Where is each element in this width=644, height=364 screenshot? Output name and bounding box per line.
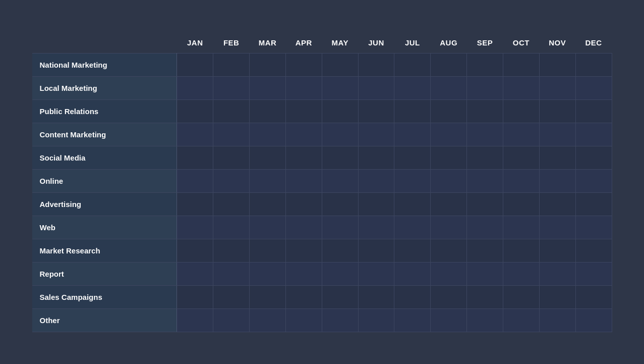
cell-other-oct[interactable] [503,308,539,332]
cell-content-marketing-jan[interactable] [177,123,213,146]
cell-public-relations-aug[interactable] [431,99,467,123]
cell-social-media-jan[interactable] [177,146,213,169]
cell-report-may[interactable] [322,262,358,285]
cell-national-marketing-dec[interactable] [575,53,612,76]
cell-market-research-dec[interactable] [575,239,612,262]
cell-sales-campaigns-oct[interactable] [503,285,539,308]
cell-sales-campaigns-may[interactable] [322,285,358,308]
cell-content-marketing-sep[interactable] [467,123,503,146]
cell-advertising-may[interactable] [322,192,358,216]
cell-social-media-jun[interactable] [358,146,394,169]
cell-local-marketing-aug[interactable] [431,76,467,99]
cell-content-marketing-mar[interactable] [250,123,286,146]
cell-advertising-feb[interactable] [213,192,250,216]
cell-social-media-may[interactable] [322,146,358,169]
cell-public-relations-oct[interactable] [503,99,539,123]
cell-online-mar[interactable] [250,169,286,192]
cell-advertising-apr[interactable] [285,192,322,216]
cell-other-aug[interactable] [431,308,467,332]
cell-public-relations-jan[interactable] [177,99,213,123]
cell-local-marketing-feb[interactable] [213,76,250,99]
cell-social-media-aug[interactable] [431,146,467,169]
cell-other-jul[interactable] [394,308,431,332]
cell-local-marketing-mar[interactable] [250,76,286,99]
cell-social-media-oct[interactable] [503,146,539,169]
cell-sales-campaigns-apr[interactable] [285,285,322,308]
cell-content-marketing-oct[interactable] [503,123,539,146]
cell-national-marketing-aug[interactable] [431,53,467,76]
cell-other-nov[interactable] [539,308,575,332]
cell-report-jul[interactable] [394,262,431,285]
cell-web-mar[interactable] [250,216,286,239]
cell-social-media-sep[interactable] [467,146,503,169]
cell-national-marketing-oct[interactable] [503,53,539,76]
cell-social-media-nov[interactable] [539,146,575,169]
cell-other-sep[interactable] [467,308,503,332]
cell-online-jun[interactable] [358,169,394,192]
cell-advertising-oct[interactable] [503,192,539,216]
cell-content-marketing-jul[interactable] [394,123,431,146]
cell-content-marketing-apr[interactable] [285,123,322,146]
cell-social-media-apr[interactable] [285,146,322,169]
cell-market-research-sep[interactable] [467,239,503,262]
cell-public-relations-mar[interactable] [250,99,286,123]
cell-web-feb[interactable] [213,216,250,239]
cell-advertising-nov[interactable] [539,192,575,216]
cell-sales-campaigns-sep[interactable] [467,285,503,308]
cell-local-marketing-oct[interactable] [503,76,539,99]
cell-online-apr[interactable] [285,169,322,192]
cell-other-dec[interactable] [575,308,612,332]
cell-advertising-mar[interactable] [250,192,286,216]
cell-web-sep[interactable] [467,216,503,239]
cell-report-feb[interactable] [213,262,250,285]
cell-report-apr[interactable] [285,262,322,285]
cell-public-relations-jun[interactable] [358,99,394,123]
cell-content-marketing-jun[interactable] [358,123,394,146]
cell-report-jun[interactable] [358,262,394,285]
cell-national-marketing-feb[interactable] [213,53,250,76]
cell-local-marketing-jan[interactable] [177,76,213,99]
cell-report-sep[interactable] [467,262,503,285]
cell-advertising-jan[interactable] [177,192,213,216]
cell-report-aug[interactable] [431,262,467,285]
cell-online-dec[interactable] [575,169,612,192]
cell-sales-campaigns-dec[interactable] [575,285,612,308]
cell-online-aug[interactable] [431,169,467,192]
cell-sales-campaigns-nov[interactable] [539,285,575,308]
cell-public-relations-nov[interactable] [539,99,575,123]
cell-national-marketing-sep[interactable] [467,53,503,76]
cell-market-research-jun[interactable] [358,239,394,262]
cell-web-nov[interactable] [539,216,575,239]
cell-public-relations-jul[interactable] [394,99,431,123]
cell-market-research-feb[interactable] [213,239,250,262]
cell-market-research-may[interactable] [322,239,358,262]
cell-web-jun[interactable] [358,216,394,239]
cell-national-marketing-jan[interactable] [177,53,213,76]
cell-advertising-jul[interactable] [394,192,431,216]
cell-web-aug[interactable] [431,216,467,239]
cell-web-dec[interactable] [575,216,612,239]
cell-web-oct[interactable] [503,216,539,239]
cell-national-marketing-may[interactable] [322,53,358,76]
cell-market-research-aug[interactable] [431,239,467,262]
cell-advertising-sep[interactable] [467,192,503,216]
cell-market-research-oct[interactable] [503,239,539,262]
cell-online-jan[interactable] [177,169,213,192]
cell-sales-campaigns-feb[interactable] [213,285,250,308]
cell-local-marketing-apr[interactable] [285,76,322,99]
cell-public-relations-apr[interactable] [285,99,322,123]
cell-web-may[interactable] [322,216,358,239]
cell-content-marketing-may[interactable] [322,123,358,146]
cell-online-nov[interactable] [539,169,575,192]
cell-local-marketing-jun[interactable] [358,76,394,99]
cell-online-may[interactable] [322,169,358,192]
cell-market-research-mar[interactable] [250,239,286,262]
cell-other-feb[interactable] [213,308,250,332]
cell-local-marketing-jul[interactable] [394,76,431,99]
cell-other-may[interactable] [322,308,358,332]
cell-sales-campaigns-jan[interactable] [177,285,213,308]
cell-social-media-mar[interactable] [250,146,286,169]
cell-content-marketing-nov[interactable] [539,123,575,146]
cell-local-marketing-nov[interactable] [539,76,575,99]
cell-other-apr[interactable] [285,308,322,332]
